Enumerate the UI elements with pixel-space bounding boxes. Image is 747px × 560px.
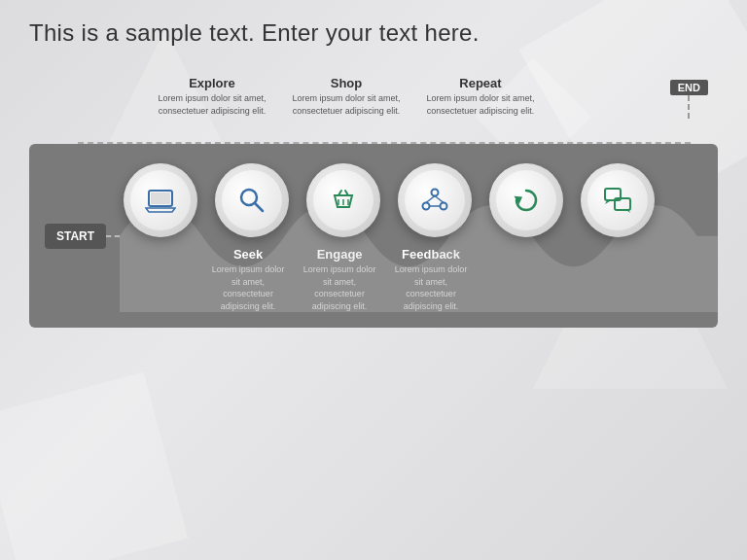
journey-diagram: Explore Lorem ipsum dolor sit amet, cons…	[29, 76, 718, 328]
repeat-circle	[489, 163, 563, 237]
feedback-circle-inner	[587, 170, 648, 230]
feedback-label: Feedback Lorem ipsum dolor sit amet, con…	[394, 247, 468, 312]
step-feedback	[581, 163, 655, 237]
svg-line-11	[426, 196, 435, 203]
end-marker: END	[670, 78, 708, 119]
step-repeat	[489, 163, 563, 237]
svg-line-3	[255, 203, 263, 211]
svg-line-12	[435, 196, 444, 203]
repeat-circle-inner	[496, 170, 556, 230]
explore-label: Explore Lorem ipsum dolor sit amet, cons…	[154, 76, 270, 117]
feedback-circle	[581, 163, 655, 237]
seek-desc: Lorem ipsum dolor sit amet, consectetuer…	[211, 263, 285, 312]
svg-rect-1	[151, 192, 170, 204]
explore-circle	[124, 163, 197, 237]
seek-circle-inner	[222, 170, 282, 230]
engage-label: Engage Lorem ipsum dolor sit amet, conse…	[302, 247, 376, 312]
engage-desc: Lorem ipsum dolor sit amet, consectetuer…	[302, 263, 376, 312]
cycle-icon	[512, 186, 541, 215]
step-explore	[124, 163, 197, 237]
engage-circle-inner	[405, 170, 465, 230]
step-shop	[306, 163, 380, 237]
search-icon	[237, 186, 267, 215]
step-engage	[398, 163, 472, 237]
shop-label: Shop Lorem ipsum dolor sit amet, consect…	[288, 76, 405, 117]
shop-desc: Lorem ipsum dolor sit amet, consectetuer…	[288, 92, 405, 117]
repeat-desc: Lorem ipsum dolor sit amet, consectetuer…	[422, 92, 539, 117]
repeat-title: Repeat	[422, 76, 539, 90]
feedback-title: Feedback	[394, 247, 468, 262]
engage-circle	[398, 163, 472, 237]
svg-point-9	[423, 203, 430, 210]
laptop-icon	[145, 187, 176, 214]
shop-circle	[306, 163, 380, 237]
process-band: START	[29, 144, 718, 328]
repeat-label: Repeat Lorem ipsum dolor sit amet, conse…	[422, 76, 539, 117]
explore-title: Explore	[154, 76, 270, 90]
seek-title: Seek	[211, 247, 285, 262]
explore-desc: Lorem ipsum dolor sit amet, consectetuer…	[154, 92, 270, 117]
page-title: This is a sample text. Enter your text h…	[29, 19, 718, 47]
svg-point-10	[441, 203, 447, 210]
bottom-labels-row: Seek Lorem ipsum dolor sit amet, consect…	[120, 241, 718, 312]
start-connector	[106, 235, 120, 237]
basket-icon	[329, 186, 358, 215]
chat-icon	[602, 185, 633, 216]
engage-title: Engage	[302, 247, 376, 262]
step-seek	[215, 163, 289, 237]
shop-title: Shop	[288, 76, 405, 90]
seek-circle	[215, 163, 289, 237]
circles-container: Seek Lorem ipsum dolor sit amet, consect…	[120, 159, 718, 312]
svg-point-8	[432, 190, 439, 196]
start-label: START	[45, 224, 106, 249]
explore-circle-inner	[130, 170, 191, 230]
end-badge: END	[670, 80, 708, 95]
shop-circle-inner	[313, 170, 374, 230]
seek-label: Seek Lorem ipsum dolor sit amet, consect…	[211, 247, 285, 312]
network-icon	[419, 185, 450, 216]
feedback-desc: Lorem ipsum dolor sit amet, consectetuer…	[394, 263, 468, 312]
